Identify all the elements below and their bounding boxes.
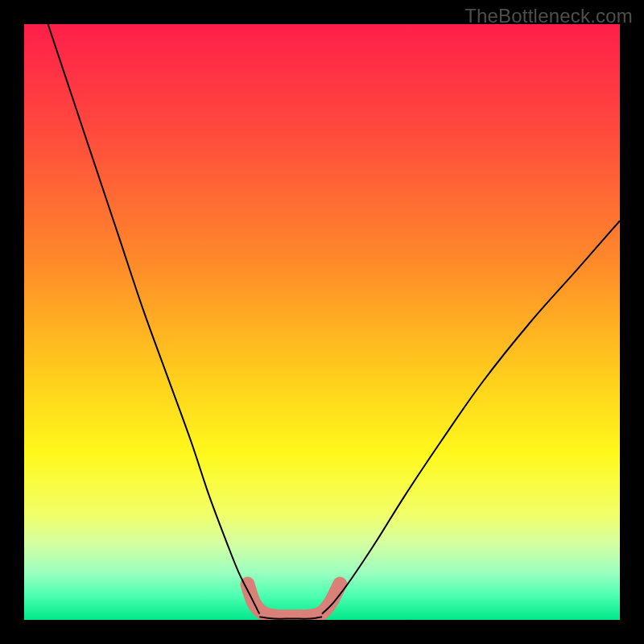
curve-layer [24, 24, 620, 620]
watermark-text: TheBottleneck.com [464, 5, 633, 27]
bottom-highlight [248, 584, 341, 617]
left-branch [48, 24, 260, 614]
right-branch [322, 221, 620, 613]
chart-frame: TheBottleneck.com [0, 0, 644, 644]
plot-area [24, 24, 620, 620]
